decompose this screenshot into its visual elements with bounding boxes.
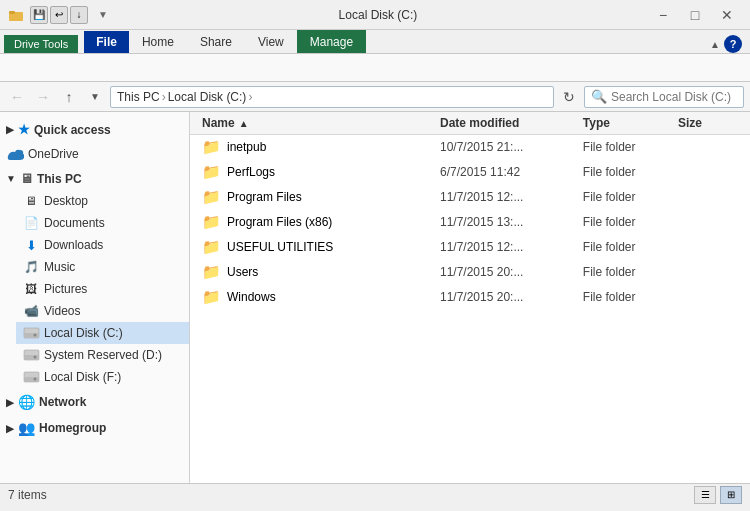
- view-toggle-group: ☰ ⊞: [694, 486, 742, 504]
- homegroup-section: ▶ 👥 Homegroup: [0, 416, 189, 440]
- sidebar-item-desktop[interactable]: 🖥 Desktop: [16, 190, 189, 212]
- quick-access-header[interactable]: ▶ ★ Quick access: [0, 118, 189, 141]
- tab-home[interactable]: Home: [129, 30, 187, 53]
- undo-quick-btn[interactable]: ↩: [50, 6, 68, 24]
- toolbar-dropdown[interactable]: ▼: [98, 9, 108, 20]
- filedate-programfilesx86: 11/7/2015 13:...: [440, 215, 583, 229]
- svg-rect-3: [24, 333, 39, 338]
- ribbon: Drive Tools File Home Share View Manage …: [0, 30, 750, 82]
- tab-manage[interactable]: Manage: [297, 30, 366, 53]
- onedrive-section: OneDrive: [0, 143, 189, 165]
- folder-icon-programfilesx86: 📁: [202, 213, 221, 231]
- large-icons-view-button[interactable]: ⊞: [720, 486, 742, 504]
- main-area: ▶ ★ Quick access OneDrive ▼ 🖥 This PC: [0, 112, 750, 483]
- path-localc: Local Disk (C:): [168, 90, 247, 104]
- file-row-users[interactable]: 📁 Users 11/7/2015 20:... File folder: [190, 260, 750, 285]
- help-button[interactable]: ?: [724, 35, 742, 53]
- pictures-icon: 🖼: [22, 280, 40, 298]
- close-button[interactable]: ✕: [712, 5, 742, 25]
- ribbon-collapse-btn[interactable]: ▲: [710, 39, 720, 50]
- maximize-button[interactable]: □: [680, 5, 710, 25]
- filename-programfiles: Program Files: [227, 190, 302, 204]
- quick-access-chevron: ▶: [6, 124, 14, 135]
- onedrive-label: OneDrive: [28, 147, 79, 161]
- filetype-programfilesx86: File folder: [583, 215, 678, 229]
- col-header-type[interactable]: Type: [583, 116, 678, 130]
- sidebar-item-videos[interactable]: 📹 Videos: [16, 300, 189, 322]
- column-headers: Name ▲ Date modified Type Size: [190, 112, 750, 135]
- sys-reserved-icon: [22, 346, 40, 364]
- path-sep-2: ›: [248, 90, 252, 104]
- file-row-windows[interactable]: 📁 Windows 11/7/2015 20:... File folder: [190, 285, 750, 310]
- folder-icon-windows: 📁: [202, 288, 221, 306]
- filedate-perflogs: 6/7/2015 11:42: [440, 165, 583, 179]
- sidebar-item-downloads[interactable]: ⬇ Downloads: [16, 234, 189, 256]
- properties-quick-btn[interactable]: ↓: [70, 6, 88, 24]
- details-view-button[interactable]: ☰: [694, 486, 716, 504]
- path-thispc: This PC: [117, 90, 160, 104]
- folder-title-icon: [8, 7, 24, 23]
- sidebar-item-local-f[interactable]: Local Disk (F:): [16, 366, 189, 388]
- filetype-inetpub: File folder: [583, 140, 678, 154]
- sidebar-item-onedrive[interactable]: OneDrive: [0, 143, 189, 165]
- col-header-size[interactable]: Size: [678, 116, 738, 130]
- recent-locations-button[interactable]: ▼: [84, 86, 106, 108]
- refresh-button[interactable]: ↻: [558, 86, 580, 108]
- quick-access-section: ▶ ★ Quick access: [0, 118, 189, 141]
- file-row-programfilesx86[interactable]: 📁 Program Files (x86) 11/7/2015 13:... F…: [190, 210, 750, 235]
- this-pc-children: 🖥 Desktop 📄 Documents ⬇ Downloads 🎵 Musi…: [0, 190, 189, 388]
- tab-file[interactable]: File: [84, 31, 129, 53]
- downloads-label: Downloads: [44, 238, 103, 252]
- homegroup-header[interactable]: ▶ 👥 Homegroup: [0, 416, 189, 440]
- desktop-icon: 🖥: [22, 192, 40, 210]
- status-bar: 7 items ☰ ⊞: [0, 483, 750, 505]
- svg-point-7: [33, 356, 36, 359]
- filetype-useful-utilities: File folder: [583, 240, 678, 254]
- file-row-perflogs[interactable]: 📁 PerfLogs 6/7/2015 11:42 File folder: [190, 160, 750, 185]
- network-section: ▶ 🌐 Network: [0, 390, 189, 414]
- network-header[interactable]: ▶ 🌐 Network: [0, 390, 189, 414]
- address-path-box[interactable]: This PC › Local Disk (C:) ›: [110, 86, 554, 108]
- window-controls: − □ ✕: [648, 5, 742, 25]
- file-row-useful-utilities[interactable]: 📁 USEFUL UTILITIES 11/7/2015 12:... File…: [190, 235, 750, 260]
- filename-perflogs: PerfLogs: [227, 165, 275, 179]
- col-header-name[interactable]: Name ▲: [202, 116, 440, 130]
- tab-view[interactable]: View: [245, 30, 297, 53]
- save-quick-btn[interactable]: 💾: [30, 6, 48, 24]
- search-input[interactable]: [611, 90, 737, 104]
- sidebar-item-local-c[interactable]: Local Disk (C:): [16, 322, 189, 344]
- music-icon: 🎵: [22, 258, 40, 276]
- sidebar-item-pictures[interactable]: 🖼 Pictures: [16, 278, 189, 300]
- downloads-icon: ⬇: [22, 236, 40, 254]
- file-row-inetpub[interactable]: 📁 inetpub 10/7/2015 21:... File folder: [190, 135, 750, 160]
- ribbon-content: [0, 53, 750, 81]
- sys-reserved-label: System Reserved (D:): [44, 348, 162, 362]
- desktop-label: Desktop: [44, 194, 88, 208]
- filedate-users: 11/7/2015 20:...: [440, 265, 583, 279]
- back-button[interactable]: ←: [6, 86, 28, 108]
- documents-label: Documents: [44, 216, 105, 230]
- filename-programfilesx86: Program Files (x86): [227, 215, 332, 229]
- sidebar-item-music[interactable]: 🎵 Music: [16, 256, 189, 278]
- this-pc-label: This PC: [37, 172, 82, 186]
- ribbon-tab-row: Drive Tools File Home Share View Manage …: [0, 30, 750, 53]
- file-row-programfiles[interactable]: 📁 Program Files 11/7/2015 12:... File fo…: [190, 185, 750, 210]
- filetype-perflogs: File folder: [583, 165, 678, 179]
- svg-point-4: [33, 334, 36, 337]
- videos-label: Videos: [44, 304, 80, 318]
- filename-useful-utilities: USEFUL UTILITIES: [227, 240, 333, 254]
- sidebar-item-documents[interactable]: 📄 Documents: [16, 212, 189, 234]
- network-label: Network: [39, 395, 86, 409]
- item-count: 7 items: [8, 488, 47, 502]
- tab-share[interactable]: Share: [187, 30, 245, 53]
- minimize-button[interactable]: −: [648, 5, 678, 25]
- up-button[interactable]: ↑: [58, 86, 80, 108]
- forward-button[interactable]: →: [32, 86, 54, 108]
- this-pc-icon: 🖥: [20, 171, 33, 186]
- this-pc-header[interactable]: ▼ 🖥 This PC: [0, 167, 189, 190]
- sidebar-item-sys-reserved[interactable]: System Reserved (D:): [16, 344, 189, 366]
- search-box: 🔍: [584, 86, 744, 108]
- local-f-label: Local Disk (F:): [44, 370, 121, 384]
- network-icon: 🌐: [18, 394, 35, 410]
- col-header-date[interactable]: Date modified: [440, 116, 583, 130]
